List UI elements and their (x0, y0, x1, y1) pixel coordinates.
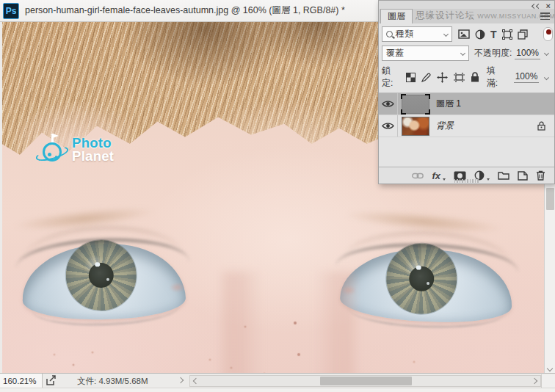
watermark-word-planet: Planet (72, 150, 114, 163)
layer-filter-kind-dropdown[interactable]: 種類 (382, 26, 452, 42)
layer-list-empty-area[interactable] (379, 137, 554, 167)
collapse-panels-icon[interactable] (532, 4, 540, 8)
shape-layer-filter-icon[interactable] (502, 29, 512, 40)
lock-label: 鎖定: (382, 65, 400, 90)
background-lock-icon (537, 121, 545, 131)
photo-planet-watermark: Photo Planet (37, 132, 114, 167)
zoom-level-value: 160.21% (3, 377, 36, 385)
fill-label: 填滿: (487, 65, 505, 90)
planet-logo-icon (37, 132, 68, 167)
document-title: person-human-girl-female-face-leaves-aut… (25, 4, 345, 17)
status-options-chevron-icon[interactable] (178, 377, 184, 383)
photo-right-eye (338, 238, 515, 330)
photo-left-eye (19, 233, 188, 328)
background-layer-name[interactable]: 背景 (436, 120, 454, 132)
photoshop-window: Ps person-human-girl-female-face-leaves-… (0, 0, 555, 392)
lock-artboard-icon[interactable] (454, 73, 465, 82)
photo-freckles (2, 22, 4, 23)
lock-position-icon[interactable] (437, 72, 448, 83)
link-layers-icon[interactable] (412, 173, 424, 179)
panel-menu-icon[interactable] (540, 12, 550, 20)
forum-watermark: 思缘设计论坛 WWW.MISSYUAN.COM (416, 10, 555, 22)
layers-panel-tab-row: 圖層 思缘设计论坛 WWW.MISSYUAN.COM (379, 9, 554, 23)
layers-panel: × 圖層 思缘设计论坛 WWW.MISSYUAN.COM 種類 (378, 0, 555, 184)
layers-panel-body: 種類 T (379, 23, 554, 167)
status-bar: 160.21% 文件: 4.93M/5.68M (0, 373, 555, 388)
background-thumbnail[interactable] (402, 117, 429, 136)
lock-all-icon[interactable] (471, 72, 479, 82)
layer1-name[interactable]: 圖層 1 (436, 98, 461, 110)
pixel-layer-filter-icon[interactable] (458, 29, 470, 39)
chevron-down-icon (443, 32, 449, 37)
blend-mode-dropdown[interactable]: 覆蓋 (382, 46, 469, 61)
opacity-value[interactable]: 100% (515, 48, 540, 59)
panel-resize-grip[interactable] (454, 179, 479, 183)
layer-row-background[interactable]: 背景 (379, 115, 554, 137)
zoom-level-field[interactable]: 160.21% (0, 374, 43, 388)
opacity-chevron-icon[interactable] (544, 51, 549, 56)
vertical-scrollbar-thumb[interactable] (546, 188, 554, 210)
scroll-right-arrow-icon[interactable] (532, 378, 537, 384)
close-panel-icon[interactable]: × (546, 3, 551, 9)
delete-layer-icon[interactable] (536, 170, 545, 181)
window-bottom-edge (0, 388, 555, 392)
tab-layers[interactable]: 圖層 (380, 9, 413, 23)
photoshop-app-icon: Ps (3, 3, 19, 19)
scrollbar-corner (541, 374, 555, 388)
adjustment-menu-triangle (487, 178, 490, 181)
scroll-left-arrow-icon[interactable] (193, 378, 199, 384)
photo-nose-shading (222, 272, 355, 373)
layer-style-menu-triangle (443, 178, 446, 181)
adjustment-layer-filter-icon[interactable] (475, 29, 485, 40)
horizontal-scrollbar-thumb[interactable] (320, 377, 412, 385)
new-group-icon[interactable] (498, 171, 509, 180)
chevron-down-icon (460, 51, 465, 56)
layer1-thumbnail[interactable] (402, 95, 429, 114)
layers-panel-header: × (379, 1, 554, 9)
new-layer-icon[interactable] (518, 171, 528, 181)
visibility-eye-icon[interactable] (379, 115, 398, 137)
export-icon[interactable] (46, 375, 57, 386)
fill-value[interactable]: 100% (514, 71, 540, 83)
filter-toggle-switch[interactable] (543, 27, 553, 41)
layer-row-layer1[interactable]: 圖層 1 (379, 93, 554, 115)
scroll-down-arrow-icon[interactable] (547, 366, 553, 371)
horizontal-scrollbar[interactable] (189, 375, 541, 387)
lock-transparent-pixels-icon[interactable] (406, 73, 416, 82)
layer-list: 圖層 1 背景 (379, 92, 554, 167)
search-icon (386, 31, 393, 37)
type-layer-filter-icon[interactable]: T (490, 29, 497, 40)
smart-object-filter-icon[interactable] (518, 29, 528, 40)
opacity-label: 不透明度: (474, 47, 512, 59)
file-size-info[interactable]: 文件: 4.93M/5.68M (77, 376, 148, 387)
lock-image-pixels-icon[interactable] (421, 73, 431, 82)
layer-style-icon[interactable]: fx (432, 170, 440, 181)
fill-chevron-icon[interactable] (544, 75, 549, 80)
visibility-eye-icon[interactable] (379, 93, 398, 115)
vertical-scrollbar[interactable] (544, 184, 555, 373)
